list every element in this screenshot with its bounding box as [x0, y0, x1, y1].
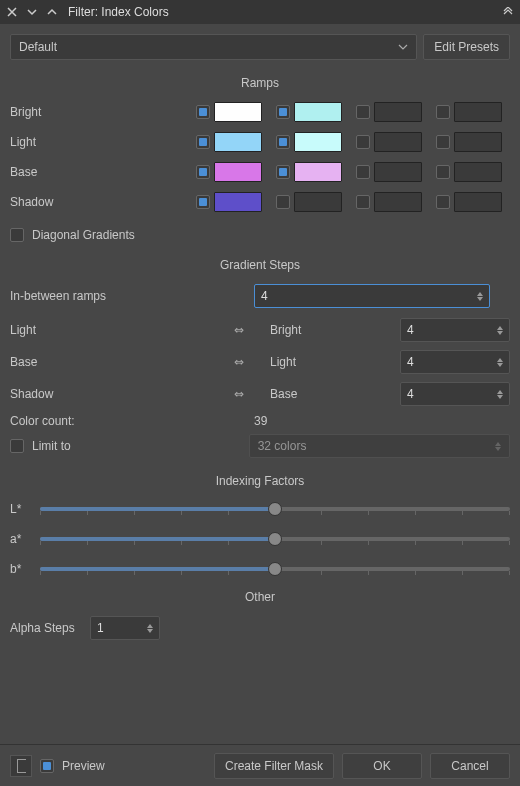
step-right-label: Base: [270, 387, 400, 401]
slider-label: L*: [10, 502, 32, 516]
color-swatch[interactable]: [454, 192, 502, 212]
slider-thumb[interactable]: [268, 562, 282, 576]
color-swatch[interactable]: [294, 102, 342, 122]
step-spin[interactable]: 4: [400, 382, 510, 406]
swatch-checkbox[interactable]: [196, 135, 210, 149]
swatch-checkbox[interactable]: [436, 165, 450, 179]
swatch-checkbox[interactable]: [276, 105, 290, 119]
preview-checkbox[interactable]: [40, 759, 54, 773]
step-spin[interactable]: 4: [400, 350, 510, 374]
swap-icon[interactable]: ⇔: [234, 355, 244, 369]
spin-up-icon[interactable]: [147, 624, 153, 628]
limit-to-checkbox[interactable]: [10, 439, 24, 453]
color-count-label: Color count:: [10, 414, 254, 428]
swatch-pair: [436, 192, 510, 212]
swatch-checkbox[interactable]: [436, 105, 450, 119]
slider[interactable]: [40, 500, 510, 518]
swatch-checkbox[interactable]: [356, 135, 370, 149]
spin-up-icon[interactable]: [497, 326, 503, 330]
diagonal-gradients-checkbox[interactable]: [10, 228, 24, 242]
swatch-pair: [356, 192, 430, 212]
in-between-spin[interactable]: 4: [254, 284, 490, 308]
swap-icon[interactable]: ⇔: [234, 323, 244, 337]
spin-up-icon[interactable]: [477, 292, 483, 296]
chevron-up-icon[interactable]: [46, 6, 58, 18]
preset-value: Default: [19, 40, 57, 54]
color-swatch[interactable]: [454, 162, 502, 182]
color-swatch[interactable]: [214, 132, 262, 152]
cancel-button[interactable]: Cancel: [430, 753, 510, 779]
alpha-steps-label: Alpha Steps: [10, 621, 82, 635]
swatch-checkbox[interactable]: [276, 165, 290, 179]
color-swatch[interactable]: [374, 102, 422, 122]
create-filter-mask-button[interactable]: Create Filter Mask: [214, 753, 334, 779]
step-spin[interactable]: 4: [400, 318, 510, 342]
swatch-checkbox[interactable]: [196, 105, 210, 119]
section-gradient-title: Gradient Steps: [10, 258, 510, 272]
swatch-pair: [436, 162, 510, 182]
color-swatch[interactable]: [214, 102, 262, 122]
swatch-pair: [196, 132, 270, 152]
ramp-label: Bright: [10, 105, 190, 119]
spin-down-icon: [495, 447, 501, 451]
swatch-checkbox[interactable]: [356, 195, 370, 209]
swatch-pair: [356, 162, 430, 182]
spin-down-icon[interactable]: [497, 363, 503, 367]
section-other-title: Other: [10, 590, 510, 604]
swatch-checkbox[interactable]: [276, 195, 290, 209]
spin-down-icon[interactable]: [497, 395, 503, 399]
alpha-steps-spin[interactable]: 1: [90, 616, 160, 640]
swatch-checkbox[interactable]: [196, 195, 210, 209]
ok-button[interactable]: OK: [342, 753, 422, 779]
color-swatch[interactable]: [294, 132, 342, 152]
step-value: 4: [407, 387, 497, 401]
swatch-checkbox[interactable]: [356, 105, 370, 119]
swatch-checkbox[interactable]: [196, 165, 210, 179]
step-left-label: Base: [10, 355, 234, 369]
step-pair-left: Light⇔: [10, 318, 250, 342]
collapse-icon[interactable]: [502, 6, 514, 18]
chevron-down-icon[interactable]: [26, 6, 38, 18]
spin-down-icon[interactable]: [147, 629, 153, 633]
close-icon[interactable]: [6, 6, 18, 18]
slider[interactable]: [40, 560, 510, 578]
diagonal-gradients-label: Diagonal Gradients: [32, 228, 135, 242]
color-swatch[interactable]: [454, 102, 502, 122]
swatch-checkbox[interactable]: [436, 135, 450, 149]
slider-thumb[interactable]: [268, 502, 282, 516]
spin-down-icon[interactable]: [497, 331, 503, 335]
color-swatch[interactable]: [214, 162, 262, 182]
color-swatch[interactable]: [374, 162, 422, 182]
swatch-pair: [356, 102, 430, 122]
step-pair-right: Light 4: [270, 350, 510, 374]
edit-presets-button[interactable]: Edit Presets: [423, 34, 510, 60]
preview-label: Preview: [62, 759, 105, 773]
color-swatch[interactable]: [214, 192, 262, 212]
limit-to-select[interactable]: 32 colors: [249, 434, 510, 458]
spin-down-icon[interactable]: [477, 297, 483, 301]
swatch-checkbox[interactable]: [436, 195, 450, 209]
swatch-pair: [356, 132, 430, 152]
ramp-label: Shadow: [10, 195, 190, 209]
layout-toggle[interactable]: [10, 755, 32, 777]
step-right-label: Light: [270, 355, 400, 369]
color-swatch[interactable]: [294, 162, 342, 182]
preset-select[interactable]: Default: [10, 34, 417, 60]
spin-up-icon[interactable]: [497, 390, 503, 394]
swatch-checkbox[interactable]: [356, 165, 370, 179]
ramp-grid: BrightLightBaseShadow: [10, 102, 510, 212]
color-swatch[interactable]: [294, 192, 342, 212]
step-pair-left: Shadow⇔: [10, 382, 250, 406]
color-swatch[interactable]: [454, 132, 502, 152]
swatch-pair: [436, 132, 510, 152]
color-swatch[interactable]: [374, 132, 422, 152]
color-swatch[interactable]: [374, 192, 422, 212]
swap-icon[interactable]: ⇔: [234, 387, 244, 401]
slider[interactable]: [40, 530, 510, 548]
slider-thumb[interactable]: [268, 532, 282, 546]
swatch-pair: [196, 162, 270, 182]
swatch-checkbox[interactable]: [276, 135, 290, 149]
ramp-label: Light: [10, 135, 190, 149]
limit-to-label: Limit to: [32, 439, 71, 453]
spin-up-icon[interactable]: [497, 358, 503, 362]
